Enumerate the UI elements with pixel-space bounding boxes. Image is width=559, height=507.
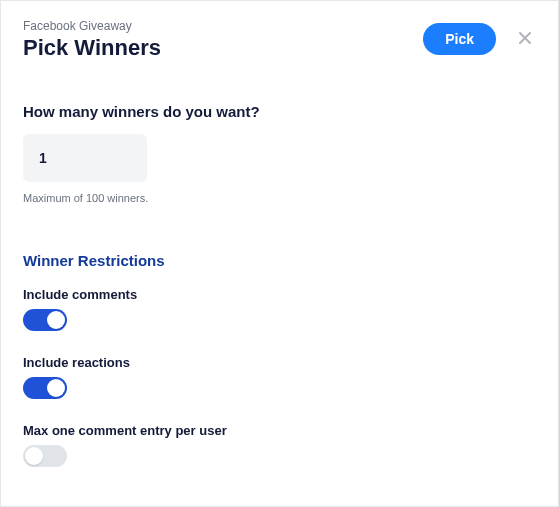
pick-button[interactable]: Pick xyxy=(423,23,496,55)
subtitle: Facebook Giveaway xyxy=(23,19,161,33)
include-comments-toggle[interactable] xyxy=(23,309,67,331)
winners-helper-text: Maximum of 100 winners. xyxy=(23,192,536,204)
restrictions-section: Winner Restrictions Include comments Inc… xyxy=(23,252,536,507)
header: Facebook Giveaway Pick Winners Pick xyxy=(23,19,536,61)
header-right: Pick xyxy=(423,23,536,55)
max-one-entry-row: Max one comment entry per user xyxy=(23,423,536,471)
include-reactions-row: Include reactions xyxy=(23,355,536,403)
max-one-entry-label: Max one comment entry per user xyxy=(23,423,536,438)
header-left: Facebook Giveaway Pick Winners xyxy=(23,19,161,61)
include-reactions-toggle[interactable] xyxy=(23,377,67,399)
winners-section: How many winners do you want? Maximum of… xyxy=(23,103,536,204)
toggle-knob xyxy=(47,311,65,329)
winners-question: How many winners do you want? xyxy=(23,103,536,120)
include-comments-label: Include comments xyxy=(23,287,536,302)
winners-count-input[interactable] xyxy=(23,134,147,182)
restrictions-title: Winner Restrictions xyxy=(23,252,536,269)
include-reactions-label: Include reactions xyxy=(23,355,536,370)
page-title: Pick Winners xyxy=(23,35,161,61)
include-comments-row: Include comments xyxy=(23,287,536,335)
toggle-knob xyxy=(47,379,65,397)
close-icon xyxy=(518,29,532,49)
toggle-knob xyxy=(25,447,43,465)
max-one-entry-toggle[interactable] xyxy=(23,445,67,467)
close-button[interactable] xyxy=(514,26,536,52)
